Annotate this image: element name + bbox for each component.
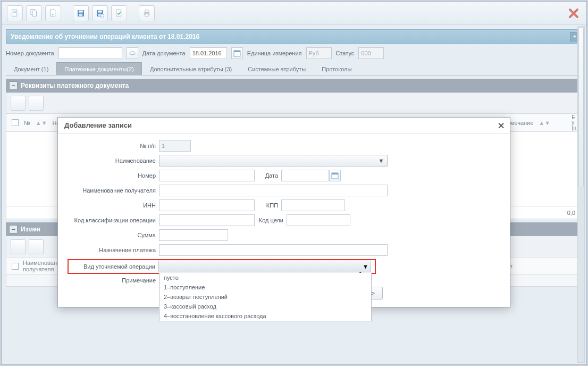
input-classcode[interactable] — [159, 214, 255, 226]
print-button[interactable] — [139, 5, 155, 21]
input-sum[interactable] — [159, 229, 228, 241]
svg-rect-8 — [79, 13, 82, 16]
label-date: Дата — [255, 172, 281, 179]
svg-point-17 — [130, 52, 135, 55]
collapse-icon-2[interactable]: − — [9, 225, 18, 234]
input-kpp[interactable] — [281, 199, 345, 211]
label-kpp: КПП — [255, 202, 281, 209]
input-npp[interactable] — [159, 140, 191, 152]
dropdown-optype[interactable]: ▼ пусто 1–поступление 2–возврат поступле… — [158, 261, 371, 272]
save-button[interactable] — [73, 5, 89, 21]
dialog-title: Добавление записи — [64, 121, 132, 129]
tab-payment-docs[interactable]: Платежные документы(2) — [56, 62, 142, 75]
svg-rect-15 — [145, 10, 148, 13]
svg-rect-16 — [145, 14, 148, 16]
svg-rect-7 — [79, 10, 83, 12]
status-label: Статус — [336, 50, 355, 56]
label-name: Наименование — [68, 157, 159, 164]
tab-bar: Документ (1) Платежные документы(2) Допо… — [6, 62, 582, 76]
input-goalcode[interactable] — [287, 214, 350, 226]
vertical-scrollbar[interactable] — [577, 26, 585, 363]
svg-rect-10 — [98, 10, 102, 12]
optype-option-1[interactable]: 1–поступление — [159, 282, 371, 292]
section2-title: Измен — [21, 226, 40, 233]
grid2-select-all[interactable] — [12, 263, 19, 270]
section-title: Реквизиты платежного документа — [21, 82, 129, 89]
dialog-close-button[interactable]: ✕ — [496, 121, 506, 130]
label-classcode: Код классификации операции — [68, 217, 159, 223]
add-record-dialog: Добавление записи ✕ № п/п Наименование ▼… — [57, 117, 510, 307]
svg-rect-0 — [12, 10, 17, 16]
input-number[interactable] — [159, 170, 255, 181]
doc-num-helper-button[interactable] — [127, 47, 138, 59]
collapse-icon[interactable]: − — [9, 81, 18, 90]
svg-rect-19 — [234, 51, 240, 52]
dialog-title-bar: Добавление записи ✕ — [58, 118, 510, 134]
tab-document[interactable]: Документ (1) — [6, 62, 56, 75]
doc-date-input[interactable] — [190, 47, 227, 59]
grid2-add-button[interactable] — [11, 239, 26, 254]
label-purpose: Назначение платежа — [68, 247, 159, 253]
meta-row: Номер документа Дата документа Единица и… — [6, 47, 582, 59]
document-title-bar: Уведомление об уточнении операций клиент… — [6, 29, 582, 44]
optype-option-empty[interactable]: пусто — [159, 273, 371, 282]
col-extra: Е у (н — [572, 115, 576, 131]
select-all-checkbox[interactable] — [12, 119, 19, 126]
input-date[interactable] — [281, 170, 329, 181]
label-goalcode: Код цели — [255, 217, 287, 223]
grid-edit-button[interactable] — [29, 96, 44, 111]
svg-rect-13 — [116, 10, 121, 16]
svg-rect-4 — [32, 11, 37, 16]
document-title: Уведомление об уточнении операций клиент… — [11, 33, 199, 40]
calendar-icon[interactable] — [231, 47, 243, 59]
input-purpose[interactable] — [159, 244, 388, 256]
input-inn[interactable] — [159, 199, 255, 211]
doc-num-input[interactable] — [58, 47, 122, 59]
input-recipient[interactable] — [159, 185, 388, 196]
dropdown-optype-list: пусто 1–поступление 2–возврат поступлени… — [159, 273, 372, 321]
dropdown-name[interactable]: ▼ — [159, 155, 388, 167]
copy-doc-button[interactable] — [26, 5, 42, 21]
tab-protocols[interactable]: Протоколы — [314, 62, 359, 75]
label-sum: Сумма — [68, 232, 159, 238]
tab-system-attrs[interactable]: Системные атрибуты — [240, 62, 314, 75]
label-npp: № п/п — [68, 143, 159, 149]
save-as-button[interactable] — [92, 5, 108, 21]
section-payment-doc-details: − Реквизиты платежного документа — [6, 79, 582, 93]
unit-input — [306, 47, 332, 59]
label-number: Номер — [68, 172, 159, 179]
optype-option-4[interactable]: 4–восстановление кассового расхода — [159, 311, 371, 321]
label-recipient: Наименование получателя — [68, 187, 159, 194]
grid2-edit-button[interactable] — [29, 239, 44, 254]
optype-option-2[interactable]: 2–возврат поступлений — [159, 292, 371, 302]
svg-rect-1 — [13, 11, 16, 11]
new-doc-button[interactable] — [7, 5, 23, 21]
amount-total: 0,0 — [567, 210, 575, 216]
date-picker-icon[interactable] — [329, 170, 341, 181]
label-inn: ИНН — [68, 202, 159, 209]
label-note: Примечание — [68, 277, 159, 284]
label-optype: Вид уточняемой операции — [69, 263, 158, 270]
doc-num-label: Номер документа — [6, 50, 54, 56]
main-toolbar — [2, 2, 586, 25]
unit-label: Единица измерения — [247, 50, 302, 56]
tab-additional-attrs[interactable]: Дополнительные атрибуты (3) — [142, 62, 240, 75]
svg-rect-21 — [332, 173, 338, 174]
grid-add-button[interactable] — [11, 96, 26, 111]
doc-import-button[interactable] — [45, 5, 61, 21]
optype-option-3[interactable]: 3–кассовый расход — [159, 302, 371, 311]
status-input — [358, 47, 384, 59]
col-num: № — [24, 120, 30, 126]
svg-rect-2 — [13, 12, 16, 12]
close-button[interactable] — [566, 6, 581, 21]
grid1-toolbar — [6, 93, 582, 114]
doc-date-label: Дата документа — [142, 50, 186, 56]
approve-button[interactable] — [111, 5, 127, 21]
svg-point-12 — [101, 14, 104, 17]
